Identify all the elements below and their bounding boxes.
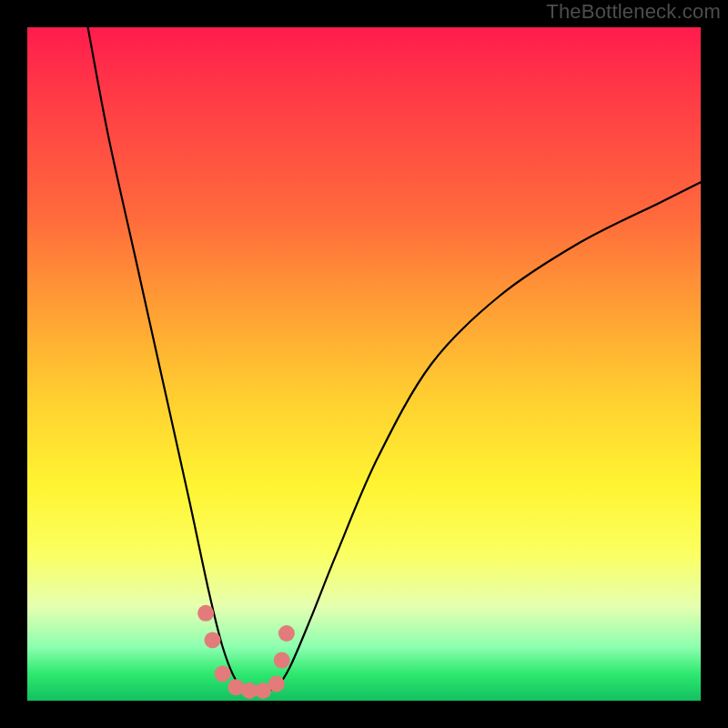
- marker-point: [205, 632, 221, 648]
- bottleneck-curve: [88, 27, 701, 692]
- marker-point: [268, 676, 285, 693]
- watermark-text: TheBottleneck.com: [546, 0, 721, 24]
- marker-point: [278, 625, 295, 642]
- marker-point: [215, 665, 231, 682]
- marker-point: [197, 605, 214, 622]
- plot-area: [27, 27, 701, 701]
- chart-overlay: [27, 27, 701, 701]
- chart-frame: TheBottleneck.com: [0, 0, 728, 728]
- highlight-markers: [197, 605, 295, 699]
- marker-point: [274, 652, 290, 669]
